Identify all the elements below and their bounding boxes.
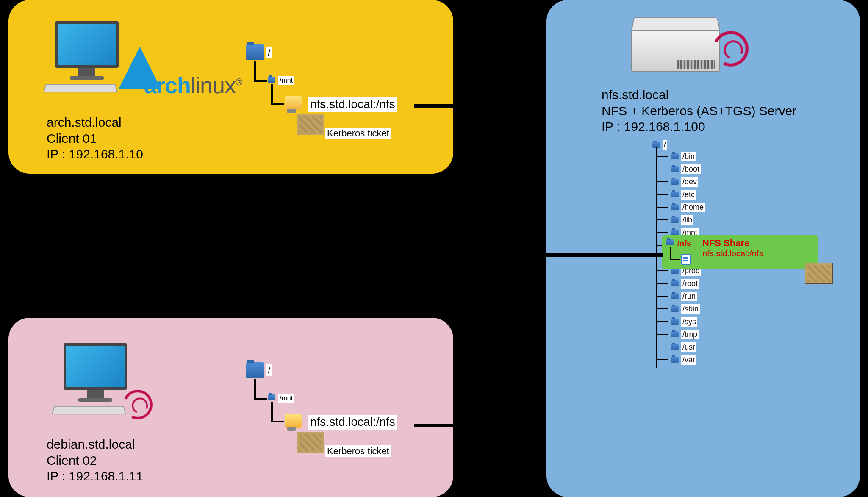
folder-icon: [671, 293, 679, 299]
server-fs-tree: / /bin/boot/dev/etc/home/lib/mnt/opt/pro…: [652, 140, 667, 150]
fs-dir-label: /etc: [681, 190, 696, 200]
fs-dir-row: /sbin: [656, 303, 705, 315]
client1-mount-tree: / /mnt nfs.std.local:/nfs Kerberos ticke…: [246, 44, 272, 63]
fs-dir-row: /var: [656, 353, 705, 366]
folder-icon: [671, 204, 679, 210]
archlinux-wordmark: archlinux®: [144, 72, 242, 98]
fs-dir-row: /tmp: [656, 328, 705, 341]
desktop-computer-icon: [55, 21, 119, 94]
connector-line: [504, 104, 507, 255]
fs-dir-label: /sys: [681, 317, 697, 327]
fs-dir-row: /home: [656, 201, 705, 214]
client1-role: Client 01: [47, 130, 143, 147]
kerberos-ticket-icon: [805, 263, 833, 284]
fs-dir-label: /lib: [681, 215, 693, 225]
folder-icon: [671, 357, 679, 363]
fs-dir-label: /var: [681, 355, 696, 365]
fs-dir-row: /bin: [656, 150, 705, 163]
client2-mount-target: nfs.std.local:/nfs: [308, 415, 397, 430]
server-role: NFS + Kerberos (AS+TGS) Server: [602, 103, 796, 119]
folder-icon: [671, 319, 679, 325]
client1-ticket-label: Kerberos ticket: [325, 128, 391, 139]
kerberos-ticket-icon: [297, 114, 324, 135]
server-hardware-icon: [631, 13, 720, 72]
client1-ip: IP : 192.168.1.10: [47, 146, 143, 162]
nfs-share-title: NFS Share: [702, 238, 763, 249]
fs-dir-row: /dev: [656, 175, 705, 188]
fs-dir-row: /sys: [656, 315, 705, 328]
mnt-label: /mnt: [278, 76, 294, 85]
fs-dir-label: /home: [681, 203, 705, 212]
fs-dir-label: /root: [681, 279, 699, 289]
fs-dir-row: /boot: [656, 163, 705, 175]
folder-icon: [671, 179, 679, 185]
folder-icon: [268, 394, 275, 400]
fs-root-label: /: [663, 140, 667, 150]
fs-dir-row: /etc: [656, 188, 705, 201]
client2-panel: debian.std.local Client 02 IP : 192.168.…: [8, 318, 453, 497]
client2-ticket-label: Kerberos ticket: [325, 445, 391, 457]
fs-dir-label: /sbin: [681, 304, 700, 314]
server-info: nfs.std.local NFS + Kerberos (AS+TGS) Se…: [602, 87, 796, 135]
fs-dir-label: /run: [681, 292, 697, 301]
nfs-share-highlight: /nfs NFS Share nfs.std.local:/nfs: [662, 235, 818, 269]
root-label: /: [266, 47, 272, 58]
folder-icon: [671, 153, 679, 159]
fs-dir-row: /root: [656, 277, 705, 290]
client1-hostname: arch.std.local: [47, 114, 143, 130]
folder-icon: [671, 280, 679, 286]
client1-info: arch.std.local Client 01 IP : 192.168.1.…: [47, 114, 143, 162]
server-ip: IP : 192.168.1.100: [602, 119, 796, 135]
folder-icon: [671, 166, 679, 172]
server-hostname: nfs.std.local: [602, 87, 796, 103]
folder-icon: [246, 362, 264, 378]
fs-dir-label: /usr: [681, 342, 696, 352]
client2-role: Client 02: [47, 453, 143, 469]
desktop-computer-icon: [64, 343, 127, 416]
nfs-share-path: nfs.std.local:/nfs: [702, 249, 763, 258]
folder-icon: [671, 331, 679, 337]
fs-dir-row: /lib: [656, 214, 705, 226]
fs-dir-label: /bin: [681, 152, 696, 161]
fs-dir-row: /run: [656, 290, 705, 303]
client2-mount-tree: / /mnt nfs.std.local:/nfs Kerberos ticke…: [246, 362, 272, 380]
fs-dir-label: /boot: [681, 164, 701, 174]
folder-icon: [671, 192, 679, 197]
fs-dir-label: /dev: [681, 177, 698, 187]
folder-icon: [671, 230, 679, 236]
connector-line: [414, 104, 507, 108]
client2-info: debian.std.local Client 02 IP : 192.168.…: [47, 436, 143, 484]
client1-panel: archlinux® arch.std.local Client 01 IP :…: [8, 0, 453, 174]
client1-mount-target: nfs.std.local:/nfs: [308, 97, 397, 112]
folder-icon: [671, 217, 679, 223]
kerberos-ticket-icon: [297, 432, 324, 453]
network-folder-icon: [285, 96, 302, 110]
connector-line: [504, 255, 507, 427]
mnt-label: /mnt: [278, 394, 294, 403]
folder-icon: [671, 306, 679, 312]
network-folder-icon: [285, 414, 302, 428]
nfs-dir-label: /nfs: [676, 239, 692, 248]
client2-ip: IP : 192.168.1.11: [47, 468, 143, 484]
root-label: /: [266, 364, 272, 376]
file-icon: [681, 254, 691, 265]
folder-icon: [666, 239, 674, 247]
fs-dir-row: /usr: [656, 341, 705, 353]
folder-icon: [246, 44, 264, 60]
folder-icon: [652, 142, 660, 148]
connector-line: [414, 424, 507, 427]
fs-dir-label: /tmp: [681, 330, 699, 339]
client2-hostname: debian.std.local: [47, 436, 143, 453]
connector-line: [504, 253, 663, 257]
folder-icon: [268, 77, 275, 83]
folder-icon: [671, 344, 679, 350]
server-panel: nfs.std.local NFS + Kerberos (AS+TGS) Se…: [546, 0, 860, 497]
